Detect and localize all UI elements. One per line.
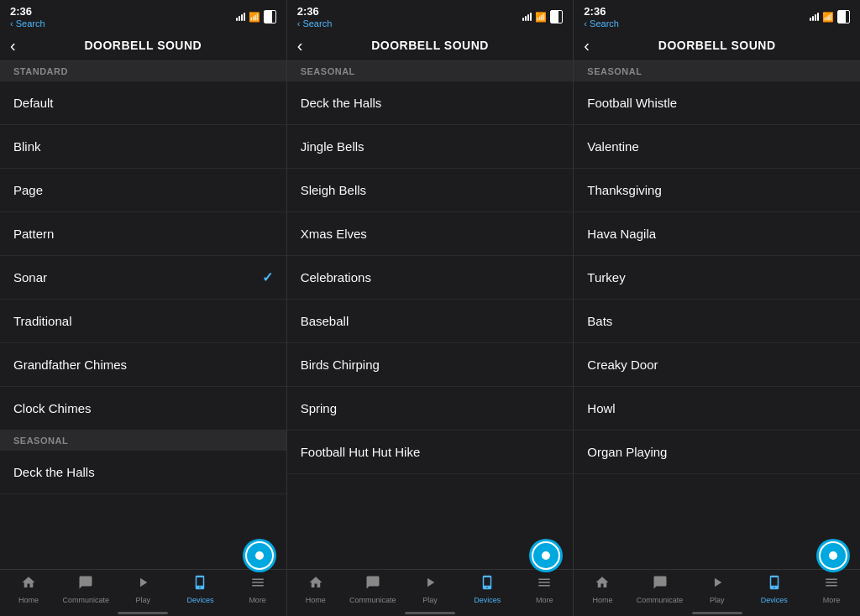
list-item-label: Page xyxy=(13,183,43,197)
list-item[interactable]: Page xyxy=(0,169,286,212)
list-item[interactable]: Deck the Halls xyxy=(0,451,286,494)
nav-icon-play xyxy=(135,575,150,594)
nav-item-more[interactable]: More xyxy=(516,575,573,604)
list-item[interactable]: Thanksgiving xyxy=(574,169,860,212)
list-scroll[interactable]: SEASONALDeck the HallsJingle BellsSleigh… xyxy=(287,61,574,569)
list-item[interactable]: Creaky Door xyxy=(574,343,860,387)
list-item-label: Valentine xyxy=(587,139,638,154)
back-search[interactable]: ‹ Search xyxy=(297,18,333,29)
nav-item-devices[interactable]: Devices xyxy=(746,575,803,604)
list-item[interactable]: Bats xyxy=(574,300,860,343)
list-item[interactable]: Grandfather Chimes xyxy=(0,343,286,387)
nav-label-devices: Devices xyxy=(474,596,501,604)
list-item[interactable]: Sonar✓ xyxy=(0,256,286,300)
bottom-nav: HomeCommunicatePlayDevicesMore xyxy=(574,569,860,611)
list-item[interactable]: Xmas Elves xyxy=(287,212,574,256)
list-item[interactable]: Traditional xyxy=(0,300,286,343)
bottom-nav: HomeCommunicatePlayDevicesMore xyxy=(287,569,574,611)
status-icons: 📶 xyxy=(810,10,850,23)
nav-icon-home xyxy=(595,575,610,594)
back-search[interactable]: ‹ Search xyxy=(10,18,45,29)
list-item-label: Hava Nagila xyxy=(587,227,656,241)
page-header: ‹ DOORBELL SOUND xyxy=(287,32,574,61)
nav-item-devices[interactable]: Devices xyxy=(171,575,228,604)
list-item[interactable]: Default xyxy=(0,81,286,125)
list-item[interactable]: Clock Chimes xyxy=(0,387,286,431)
list-item[interactable]: Spring xyxy=(287,387,574,431)
phone-panel-2: 2:36 ‹ Search 📶 ‹ DOORBELL SOUND SEASONA… xyxy=(287,0,574,616)
list-item-label: Bats xyxy=(587,314,612,328)
alexa-fab-button[interactable] xyxy=(243,539,276,572)
nav-icon-devices xyxy=(767,575,782,594)
nav-item-play[interactable]: Play xyxy=(689,575,746,604)
list-item[interactable]: Jingle Bells xyxy=(287,125,574,169)
nav-item-devices[interactable]: Devices xyxy=(459,575,516,604)
list-item[interactable]: Organ Playing xyxy=(574,431,860,474)
list-item[interactable]: Blink xyxy=(0,125,286,169)
nav-item-home[interactable]: Home xyxy=(574,575,631,604)
list-item-label: Birds Chirping xyxy=(301,358,380,372)
checkmark-icon: ✓ xyxy=(262,269,273,285)
nav-icon-more xyxy=(537,575,552,594)
nav-item-communicate[interactable]: Communicate xyxy=(631,575,688,604)
nav-item-communicate[interactable]: Communicate xyxy=(344,575,401,604)
nav-icon-devices xyxy=(480,575,495,594)
nav-icon-play xyxy=(422,575,438,594)
list-item[interactable]: Hava Nagila xyxy=(574,212,860,256)
list-item-label: Spring xyxy=(301,401,337,415)
alexa-fab-button[interactable] xyxy=(816,539,850,572)
nav-item-play[interactable]: Play xyxy=(401,575,459,604)
alexa-inner xyxy=(255,551,264,560)
list-item[interactable]: Howl xyxy=(574,387,860,431)
nav-label-home: Home xyxy=(18,596,39,604)
page-header: ‹ DOORBELL SOUND xyxy=(574,32,860,61)
list-item[interactable]: Pattern xyxy=(0,212,286,256)
nav-item-more[interactable]: More xyxy=(229,575,286,604)
list-item[interactable]: Deck the Halls xyxy=(287,81,574,125)
back-search[interactable]: ‹ Search xyxy=(584,18,619,29)
phone-panel-1: 2:36 ‹ Search 📶 ‹ DOORBELL SOUND STANDAR… xyxy=(0,0,287,616)
battery-icon xyxy=(264,10,276,23)
nav-icon-communicate xyxy=(653,575,668,594)
list-item[interactable]: Birds Chirping xyxy=(287,343,574,387)
page-title: DOORBELL SOUND xyxy=(371,39,489,52)
nav-label-home: Home xyxy=(306,596,326,604)
nav-item-home[interactable]: Home xyxy=(287,575,344,604)
nav-label-communicate: Communicate xyxy=(349,596,396,604)
list-item-label: Grandfather Chimes xyxy=(13,358,127,372)
list-item[interactable]: Football Whistle xyxy=(574,81,860,125)
home-indicator xyxy=(0,611,286,616)
signal-icon xyxy=(236,13,245,21)
alexa-ring xyxy=(819,541,847,570)
nav-item-home[interactable]: Home xyxy=(0,575,57,604)
page-title: DOORBELL SOUND xyxy=(84,39,202,52)
home-bar xyxy=(692,612,742,614)
list-scroll[interactable]: STANDARDDefaultBlinkPagePatternSonar✓Tra… xyxy=(0,61,286,569)
nav-label-more: More xyxy=(249,596,266,604)
list-item[interactable]: Celebrations xyxy=(287,256,574,300)
list-item-label: Football Hut Hut Hike xyxy=(301,445,421,459)
back-button[interactable]: ‹ xyxy=(10,36,16,55)
list-item[interactable]: Valentine xyxy=(574,125,860,169)
list-item-label: Thanksgiving xyxy=(587,183,661,197)
list-item[interactable]: Baseball xyxy=(287,300,574,343)
list-item-label: Baseball xyxy=(301,314,349,328)
nav-item-more[interactable]: More xyxy=(803,575,860,604)
back-button[interactable]: ‹ xyxy=(584,36,590,55)
wifi-icon: 📶 xyxy=(249,12,260,23)
list-item[interactable]: Turkey xyxy=(574,256,860,300)
list-item-label: Xmas Elves xyxy=(301,227,367,241)
nav-item-play[interactable]: Play xyxy=(114,575,171,604)
list-item[interactable]: Football Hut Hut Hike xyxy=(287,431,574,474)
signal-icon xyxy=(810,13,819,21)
list-item-label: Default xyxy=(13,96,54,110)
nav-icon-devices xyxy=(192,575,207,594)
nav-item-communicate[interactable]: Communicate xyxy=(57,575,114,604)
section-header-0: STANDARD xyxy=(0,61,286,81)
list-item-label: Deck the Halls xyxy=(13,465,95,479)
list-scroll[interactable]: SEASONALFootball WhistleValentineThanksg… xyxy=(574,61,860,569)
back-button[interactable]: ‹ xyxy=(297,36,303,55)
status-time: 2:36 xyxy=(297,5,333,18)
list-item[interactable]: Sleigh Bells xyxy=(287,169,574,212)
home-indicator xyxy=(287,611,574,616)
